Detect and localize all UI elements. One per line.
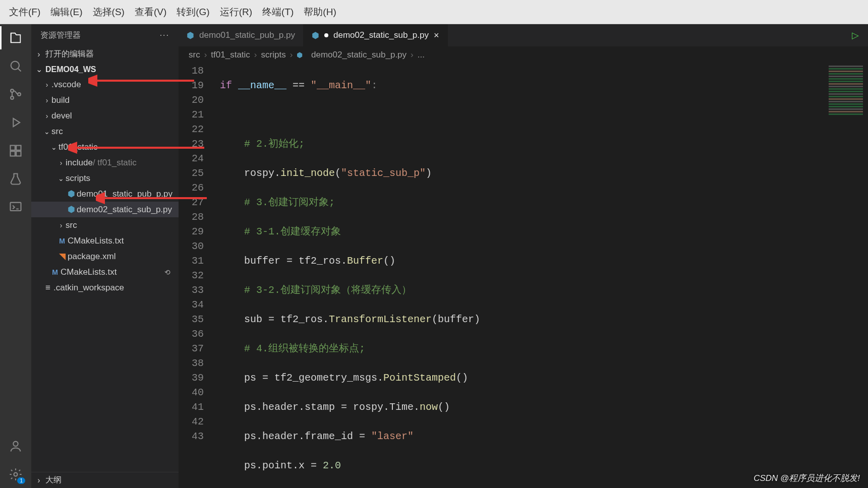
chevron-right-icon: ›	[35, 50, 42, 59]
open-editors-section[interactable]: › 打开的编辑器	[31, 46, 179, 62]
svg-point-9	[13, 442, 18, 446]
section-label: 大纲	[45, 475, 62, 485]
chevron-right-icon: ›	[56, 221, 66, 229]
crumb-file[interactable]: ⬢ demo02_static_sub_p.py	[297, 50, 407, 60]
source-control-icon[interactable]	[8, 87, 23, 102]
chevron-right-icon: ›	[42, 96, 51, 104]
chevron-right-icon: ›	[42, 112, 51, 120]
accounts-icon[interactable]	[8, 439, 23, 454]
outline-section[interactable]: › 大纲	[31, 472, 179, 488]
search-icon[interactable]	[8, 58, 23, 74]
section-label: 打开的编辑器	[45, 49, 94, 59]
file-label: CMakeLists.txt	[68, 236, 124, 246]
xml-file-icon: ◥	[56, 251, 68, 262]
chevron-right-icon: ›	[35, 476, 42, 485]
workspace-section[interactable]: ⌄ DEMO04_WS	[31, 62, 179, 77]
folder-tf01-static[interactable]: ⌄tf01_static	[31, 139, 179, 155]
debug-icon[interactable]	[8, 115, 23, 130]
modified-dot-icon	[324, 33, 328, 37]
close-icon[interactable]: ×	[434, 30, 439, 41]
svg-rect-7	[16, 151, 21, 156]
code-editor[interactable]: 1819202122232425262728293031323334353637…	[179, 64, 868, 488]
chevron-down-icon: ⌄	[56, 174, 66, 182]
folder-include[interactable]: ›include / tf01_static	[31, 155, 179, 170]
explorer-icon[interactable]	[8, 30, 23, 45]
folder-label: devel	[51, 111, 72, 121]
folder-scripts[interactable]: ⌄scripts	[31, 170, 179, 186]
crumb-scripts[interactable]: scripts	[261, 50, 286, 60]
svg-point-0	[11, 62, 19, 70]
file-label: .catkin_workspace	[53, 283, 124, 293]
file-demo02[interactable]: ⬢demo02_static_sub_p.py	[31, 202, 179, 217]
svg-point-3	[18, 93, 21, 96]
folder-devel[interactable]: ›devel	[31, 108, 179, 124]
run-button-icon[interactable]: ▷	[852, 30, 859, 41]
python-file-icon: ⬢	[66, 204, 77, 215]
svg-point-2	[11, 96, 14, 99]
tab-label: demo02_static_sub_p.py	[333, 30, 429, 40]
sidebar-more-icon[interactable]: ···	[160, 31, 169, 40]
folder-label: include	[66, 158, 93, 168]
update-badge: 1	[17, 477, 25, 484]
chevron-right-icon: ›	[56, 159, 66, 167]
python-file-icon: ⬢	[187, 30, 194, 41]
menu-select[interactable]: 选择(S)	[88, 4, 130, 21]
crumb-more[interactable]: ...	[418, 50, 425, 60]
chevron-down-icon: ⌄	[49, 143, 59, 151]
explorer-sidebar: 资源管理器 ··· › 打开的编辑器 ⌄ DEMO04_WS ›.vscode …	[31, 24, 179, 488]
svg-rect-6	[11, 151, 15, 156]
python-file-icon: ⬢	[66, 189, 77, 199]
folder-vscode[interactable]: ›.vscode	[31, 77, 179, 92]
file-label: demo01_static_pub_p.py	[77, 189, 172, 199]
breadcrumbs[interactable]: src› tf01_static› scripts› ⬢ demo02_stat…	[179, 46, 868, 64]
code-content[interactable]: if __name__ == "__main__": # 2.初始化; rosp…	[217, 64, 868, 488]
folder-label: scripts	[66, 173, 90, 184]
file-catkin[interactable]: ≡.catkin_workspace	[31, 280, 179, 295]
file-demo01[interactable]: ⬢demo01_static_pub_p.py	[31, 186, 179, 202]
menu-run[interactable]: 运行(R)	[215, 4, 257, 21]
svg-rect-5	[16, 146, 21, 150]
svg-rect-8	[11, 203, 21, 211]
menu-file[interactable]: 文件(F)	[4, 4, 45, 21]
tab-demo02[interactable]: ⬢ demo02_static_sub_p.py ×	[304, 24, 448, 46]
extensions-icon[interactable]	[8, 143, 23, 158]
file-package[interactable]: ◥package.xml	[31, 249, 179, 264]
cmake-file-icon: M	[56, 237, 68, 245]
tab-bar: ⬢ demo01_static_pub_p.py ⬢ demo02_static…	[179, 24, 868, 46]
refresh-icon[interactable]: ⟲	[164, 268, 170, 276]
menu-help[interactable]: 帮助(H)	[299, 4, 341, 21]
file-tree: ›.vscode ›build ›devel ⌄src ⌄tf01_static…	[31, 77, 179, 472]
crumb-tf01[interactable]: tf01_static	[211, 50, 250, 60]
file-label: demo02_static_sub_p.py	[77, 205, 172, 215]
svg-rect-4	[11, 146, 15, 150]
svg-point-1	[11, 89, 14, 92]
file-label: package.xml	[68, 252, 115, 262]
tab-demo01[interactable]: ⬢ demo01_static_pub_p.py	[179, 24, 304, 46]
svg-point-10	[14, 473, 18, 476]
menu-terminal[interactable]: 终端(T)	[257, 4, 299, 21]
folder-path: / tf01_static	[93, 158, 137, 168]
folder-build[interactable]: ›build	[31, 92, 179, 108]
folder-inner-src[interactable]: ›src	[31, 217, 179, 233]
line-numbers: 1819202122232425262728293031323334353637…	[179, 64, 217, 488]
menu-edit[interactable]: 编辑(E)	[45, 4, 87, 21]
generic-file-icon: ≡	[42, 283, 53, 293]
remote-icon[interactable]	[8, 200, 23, 215]
file-label: CMakeLists.txt	[61, 267, 117, 277]
watermark: CSDN @程序员进化不脱发!	[754, 472, 860, 484]
folder-src[interactable]: ⌄src	[31, 124, 179, 139]
menubar: 文件(F) 编辑(E) 选择(S) 查看(V) 转到(G) 运行(R) 终端(T…	[0, 0, 868, 24]
python-file-icon: ⬢	[297, 51, 303, 59]
chevron-down-icon: ⌄	[35, 65, 42, 74]
editor-area: ⬢ demo01_static_pub_p.py ⬢ demo02_static…	[179, 24, 868, 488]
menu-view[interactable]: 查看(V)	[130, 4, 171, 21]
menu-goto[interactable]: 转到(G)	[171, 4, 214, 21]
activity-bar: 1	[0, 24, 31, 488]
file-cmake2[interactable]: MCMakeLists.txt⟲	[31, 264, 179, 280]
crumb-src[interactable]: src	[189, 50, 200, 60]
testing-icon[interactable]	[8, 171, 23, 187]
settings-gear-icon[interactable]: 1	[8, 467, 23, 482]
file-cmake1[interactable]: MCMakeLists.txt	[31, 233, 179, 249]
cmake-file-icon: M	[49, 268, 61, 276]
minimap[interactable]	[826, 65, 866, 165]
